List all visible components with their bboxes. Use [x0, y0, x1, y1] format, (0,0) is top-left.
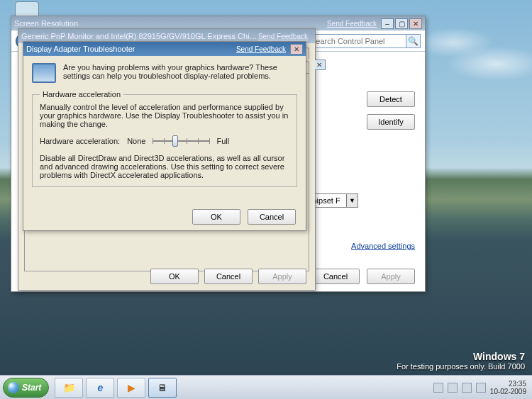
tray-security-icon[interactable] — [448, 383, 458, 393]
monitor-icon — [32, 63, 56, 83]
maximize-button[interactable]: ▢ — [395, 18, 408, 29]
window-title: Generic PnP Monitor and Intel(R) 82915G/… — [21, 32, 258, 40]
start-label: Start — [22, 383, 41, 393]
troubleshooter-window: Display Adapter Troubleshooter Send Feed… — [23, 41, 306, 231]
start-button[interactable]: Start — [3, 378, 49, 398]
disable-accel-text: Disable all DirectDraw and Direct3D acce… — [40, 154, 289, 179]
advanced-settings-link[interactable]: Advanced settings — [351, 242, 415, 250]
search-input[interactable] — [307, 34, 406, 48]
group-legend: Hardware acceleration — [40, 90, 123, 99]
windows-orb-icon — [8, 382, 19, 393]
window-title: Display Adapter Troubleshooter — [26, 45, 236, 53]
window-title: Screen Resolution — [14, 19, 327, 28]
folder-icon: 📁 — [63, 382, 75, 393]
search-go-button[interactable]: 🔍 — [406, 34, 421, 48]
apply-button[interactable]: Apply — [258, 269, 306, 284]
troubleshooter-titlebar[interactable]: Display Adapter Troubleshooter Send Feed… — [23, 42, 306, 56]
watermark-line2: For testing purposes only. Build 7000 — [397, 362, 525, 371]
taskbar-control-panel[interactable]: 🖥 — [148, 378, 177, 398]
accel-label: Hardware acceleration: — [40, 137, 120, 145]
close-button[interactable]: ✕ — [409, 18, 422, 29]
ie-icon: e — [97, 382, 103, 393]
watermark-line1: Windows 7 — [397, 351, 525, 362]
apply-button[interactable]: Apply — [367, 269, 415, 284]
tray-network-icon[interactable] — [462, 383, 472, 393]
cancel-button[interactable]: Cancel — [311, 269, 360, 284]
slider-thumb[interactable] — [172, 135, 178, 147]
ok-button[interactable]: OK — [150, 269, 199, 284]
manual-control-text: Manually control the level of accelerati… — [40, 103, 289, 128]
taskbar-ie[interactable]: e — [86, 378, 114, 398]
clock-date: 10-02-2009 — [490, 388, 526, 395]
taskbar-media-player[interactable]: ▶ — [117, 378, 145, 398]
send-feedback-link[interactable]: Send Feedback — [327, 20, 377, 28]
ok-button[interactable]: OK — [192, 209, 240, 225]
tray-show-hidden-icon[interactable] — [433, 383, 443, 393]
intro-text: Are you having problems with your graphi… — [63, 63, 297, 83]
windows-watermark: Windows 7 For testing purposes only. Bui… — [397, 351, 525, 371]
slider-max-label: Full — [216, 137, 229, 145]
tray-volume-icon[interactable] — [476, 383, 486, 393]
detect-button[interactable]: Detect — [367, 91, 415, 107]
identify-button[interactable]: Identify — [367, 114, 415, 130]
media-player-icon: ▶ — [128, 382, 135, 393]
taskbar: Start 📁 e ▶ 🖥 23:35 10-02-2009 — [0, 375, 532, 399]
send-feedback-link[interactable]: Send Feedback — [236, 45, 286, 53]
hardware-acceleration-group: Hardware acceleration Manually control t… — [32, 90, 297, 187]
taskbar-clock[interactable]: 23:35 10-02-2009 — [490, 380, 526, 395]
chevron-down-icon[interactable]: ▼ — [347, 193, 358, 208]
send-feedback-link[interactable]: Send Feedback — [258, 33, 308, 40]
slider-min-label: None — [127, 137, 145, 145]
cancel-button[interactable]: Cancel — [248, 209, 296, 225]
cancel-button[interactable]: Cancel — [204, 269, 253, 284]
taskbar-explorer[interactable]: 📁 — [55, 378, 83, 398]
hardware-acceleration-slider[interactable] — [153, 134, 209, 148]
system-tray: 23:35 10-02-2009 — [428, 376, 532, 399]
display-settings-icon: 🖥 — [157, 382, 167, 393]
clock-time: 23:35 — [490, 380, 526, 388]
close-button[interactable]: ✕ — [290, 44, 303, 55]
minimize-button[interactable]: – — [381, 18, 394, 29]
